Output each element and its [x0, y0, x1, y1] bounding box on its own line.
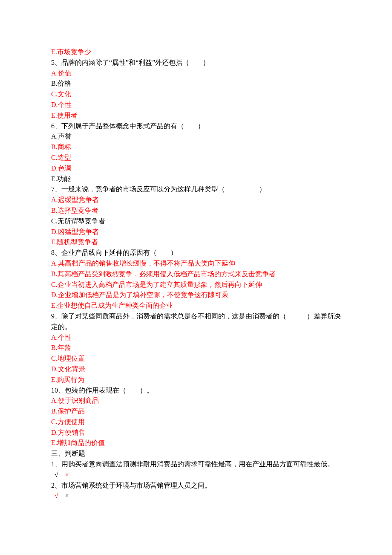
text-line: D.个性 — [51, 100, 341, 110]
text-line: 5、品牌的内涵除了“属性”和“利益”外还包括（ ） — [51, 58, 341, 68]
text-line: A.迟缓型竞争者 — [51, 195, 341, 205]
text-line: E.企业想使自己成为生产种类全面的企业 — [51, 301, 341, 311]
check-mark: √ — [55, 492, 58, 499]
text-line: E.使用者 — [51, 110, 341, 121]
text-line: E.购买行为 — [51, 375, 341, 385]
text-line: B.价格 — [51, 78, 341, 89]
text-line: 10、包装的作用表现在（ ）。 — [51, 385, 341, 396]
text-line: 三、判断题 — [51, 448, 341, 459]
text-line: 8、企业产品线向下延伸的原因有（ ） — [51, 248, 341, 258]
text-line: C.方便使用 — [51, 417, 341, 428]
text-line: C.企业当初进入高档产品市场是为了建立其质量形象，然后再向下延伸 — [51, 280, 341, 290]
document-page: E.市场竞争少5、品牌的内涵除了“属性”和“利益”外还包括（ ）A.价值B.价格… — [0, 0, 392, 555]
text-line: D.方便销售 — [51, 428, 341, 438]
cross-mark: × — [65, 492, 69, 499]
cross-mark: × — [65, 471, 69, 478]
text-line: C.无所谓型竞争者 — [51, 216, 341, 227]
text-line: 7、一般来说，竞争者的市场反应可以分为这样几种类型（ ） — [51, 184, 341, 195]
check-mark: √ — [55, 471, 58, 478]
text-line: C.文化 — [51, 89, 341, 100]
text-line: 1、用购买者意向调查法预测非耐用消费品的需求可靠性最高，用在产业用品方面可靠性最… — [51, 459, 341, 470]
text-line: A.便于识别商品 — [51, 396, 341, 406]
text-line: A.其高档产品的销售收增长缓慢，不得不将产品大类向下延伸 — [51, 258, 341, 269]
text-line: D.文化背景 — [51, 364, 341, 375]
text-line: E.增加商品的价值 — [51, 438, 341, 448]
judge-line-2: √ × — [51, 491, 341, 501]
content-body: E.市场竞争少5、品牌的内涵除了“属性”和“利益”外还包括（ ）A.价值B.价格… — [51, 47, 341, 501]
text-line: B.年龄 — [51, 343, 341, 353]
text-line: A.声誉 — [51, 131, 341, 142]
text-line: B.商标 — [51, 142, 341, 153]
text-line: 6、下列属于产品整体概念中形式产品的有（ ） — [51, 121, 341, 132]
text-line: E.市场竞争少 — [51, 47, 341, 58]
text-line: B.保护产品 — [51, 406, 341, 417]
text-line: D.凶猛型竞争者 — [51, 227, 341, 237]
text-line: 2、市场营销系统处于环境与市场营销管理人员之间。 — [51, 480, 341, 491]
text-line: C.地理位置 — [51, 353, 341, 364]
text-line: E.功能 — [51, 174, 341, 185]
text-line: A.个性 — [51, 332, 341, 343]
text-line: 9、除了对某些同质商品外，消费者的需求总是各不相同的，这是由消费者的（ ）差异所… — [51, 311, 341, 332]
judge-line-1: √ × — [51, 470, 341, 480]
text-line: B.选择型竞争者 — [51, 205, 341, 216]
text-line: D.企业增加低档产品是为了填补空隙，不使竞争这有隙可乘 — [51, 290, 341, 301]
text-line: A.价值 — [51, 68, 341, 79]
text-line: B.其高档产品受到激烈竞争，必须用侵入低档产品市场的方式来反击竞争者 — [51, 269, 341, 280]
text-line: E.随机型竞争者 — [51, 237, 341, 248]
text-line: D.色调 — [51, 163, 341, 174]
text-line: C.造型 — [51, 153, 341, 163]
